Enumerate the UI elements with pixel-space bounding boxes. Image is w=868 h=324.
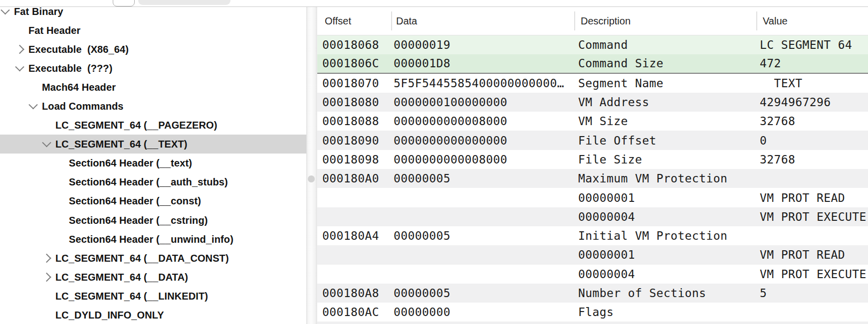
cell-description: File Offset	[574, 134, 756, 147]
file-structure-tree: Fat Binary Fat Header Executable (X86_64…	[0, 7, 306, 324]
tree-item[interactable]: Section64 Header (__auth_stubs)	[0, 172, 306, 191]
column-header-data[interactable]: Data	[391, 7, 574, 35]
chevron-right-icon[interactable]	[15, 45, 24, 54]
cell-description: Command Size	[574, 57, 756, 70]
table-row[interactable]: 00018080 0000000100000000 VM Address 429…	[317, 93, 868, 112]
toolbar-segment-button-left[interactable]	[113, 0, 135, 6]
table-row[interactable]: 000180AC 00000000 Flags	[317, 303, 868, 322]
table-row[interactable]: 00000001 VM_PROT_READ	[317, 245, 868, 264]
table-row[interactable]: 000180A8 00000005 Number of Sections 5	[317, 284, 868, 303]
cell-data: 00000000	[391, 306, 574, 319]
cell-value: 472	[756, 57, 868, 70]
tree-item[interactable]: LC_SEGMENT_64 (__PAGEZERO)	[0, 116, 306, 135]
cell-data: 00000019	[391, 38, 574, 51]
table-row[interactable]: 00018068 00000019 Command LC_SEGMENT_64	[317, 35, 868, 54]
cell-data: 00000005	[391, 287, 574, 300]
cell-value: 5	[756, 287, 868, 300]
cell-offset: 00018068	[317, 38, 391, 51]
table-row[interactable]: 000180A0 00000005 Maximum VM Protection	[317, 169, 868, 188]
tree-item[interactable]: Executable (X86_64)	[0, 40, 306, 59]
tree-item[interactable]: LC_DYLD_INFO_ONLY	[0, 306, 306, 324]
sidebar: Fat Binary Fat Header Executable (X86_64…	[0, 7, 306, 324]
chevron-down-icon[interactable]	[15, 62, 24, 71]
cell-description: 00000004	[574, 268, 756, 281]
cell-offset: 000180A0	[317, 172, 391, 185]
tree-item[interactable]: LC_SEGMENT_64 (__LINKEDIT)	[0, 287, 306, 306]
table-row[interactable]: 0001806C 000001D8 Command Size 472	[317, 54, 868, 73]
table-row[interactable]: 00018098 0000000000008000 File Size 3276…	[317, 150, 868, 169]
cell-data: 0000000000000000	[391, 134, 574, 147]
cell-value: 32768	[756, 115, 868, 128]
table-row[interactable]: 00000001 VM_PROT_READ	[317, 188, 868, 207]
chevron-down-icon[interactable]	[0, 7, 9, 14]
chevron-right-icon[interactable]	[42, 272, 51, 281]
tree-item[interactable]: Mach64 Header	[0, 78, 306, 97]
cell-description: File Size	[574, 153, 756, 166]
cell-description: Command	[574, 38, 756, 51]
table-row[interactable]: 00018070 5F5F5445585400000000000… Segmen…	[317, 74, 868, 93]
tree-item[interactable]: Section64 Header (__cstring)	[0, 211, 306, 230]
cell-description: 00000004	[574, 210, 756, 223]
column-header-description[interactable]: Description	[574, 7, 756, 35]
cell-offset: 000180AC	[317, 306, 391, 319]
chevron-right-icon[interactable]	[42, 253, 51, 262]
field-table: Offset Data Description Value 00018068 0…	[317, 7, 868, 324]
column-header-value[interactable]: Value	[756, 7, 868, 35]
cell-offset: 0001806C	[317, 57, 391, 70]
cell-description: VM Size	[574, 115, 756, 128]
cell-data: 0000000100000000	[391, 96, 574, 109]
cell-description: Number of Sections	[574, 287, 756, 300]
cell-data: 00000005	[391, 229, 574, 242]
tree-item[interactable]: Fat Binary	[0, 7, 306, 21]
cell-value: __TEXT	[756, 77, 868, 90]
cell-value: VM_PROT_EXECUTE	[756, 268, 868, 281]
tree-item[interactable]: LC_SEGMENT_64 (__DATA)	[0, 268, 306, 287]
cell-value: VM_PROT_READ	[756, 248, 868, 261]
cell-offset: 00018098	[317, 153, 391, 166]
cell-description: 00000001	[574, 191, 756, 204]
cell-value: LC_SEGMENT_64	[756, 38, 868, 51]
table-body: 00018068 00000019 Command LC_SEGMENT_64 …	[317, 35, 868, 324]
tree-item[interactable]: Section64 Header (__const)	[0, 191, 306, 210]
chevron-down-icon[interactable]	[42, 138, 51, 147]
table-row[interactable]: 00018088 0000000000008000 VM Size 32768	[317, 112, 868, 131]
cell-description: Initial VM Protection	[574, 229, 756, 242]
toolbar-segment-button-right[interactable]	[138, 0, 230, 5]
cell-data: 0000000000008000	[391, 153, 574, 166]
cell-offset: 00018070	[317, 77, 391, 90]
table-row[interactable]: 00000004 VM_PROT_EXECUTE	[317, 207, 868, 226]
chevron-down-icon[interactable]	[28, 100, 37, 109]
cell-data: 5F5F5445585400000000000…	[391, 77, 574, 90]
toolbar-strip	[0, 0, 868, 7]
cell-offset: 00018090	[317, 134, 391, 147]
cell-offset: 00018080	[317, 96, 391, 109]
cell-description: VM Address	[574, 96, 756, 109]
tree-item[interactable]: LC_SEGMENT_64 (__TEXT)	[0, 135, 306, 154]
column-header-offset[interactable]: Offset	[317, 7, 391, 35]
cell-data: 000001D8	[391, 57, 574, 70]
cell-description: 00000001	[574, 248, 756, 261]
cell-description: Flags	[574, 306, 756, 319]
tree-item[interactable]: Executable (???)	[0, 59, 306, 78]
table-row[interactable]: 00000004 VM_PROT_EXECUTE	[317, 265, 868, 284]
table-row[interactable]: 000180A4 00000005 Initial VM Protection	[317, 226, 868, 245]
tree-item[interactable]: Load Commands	[0, 97, 306, 116]
tree-item[interactable]: Section64 Header (__text)	[0, 154, 306, 172]
cell-value: 32768	[756, 153, 868, 166]
cell-offset: 000180A8	[317, 287, 391, 300]
cell-value: VM_PROT_READ	[756, 191, 868, 204]
cell-offset: 000180A4	[317, 229, 391, 242]
cell-value: 4294967296	[756, 96, 868, 109]
cell-offset: 00018088	[317, 115, 391, 128]
split-divider[interactable]	[306, 7, 317, 324]
cell-data: 0000000000008000	[391, 115, 574, 128]
cell-value: VM_PROT_EXECUTE	[756, 210, 868, 223]
splitter-handle-icon[interactable]	[308, 175, 315, 182]
tree-item[interactable]: Section64 Header (__unwind_info)	[0, 230, 306, 249]
cell-description: Maximum VM Protection	[574, 172, 756, 185]
table-row[interactable]: 00018090 0000000000000000 File Offset 0	[317, 131, 868, 150]
tree-item[interactable]: LC_SEGMENT_64 (__DATA_CONST)	[0, 249, 306, 268]
cell-value: 0	[756, 134, 868, 147]
cell-description: Segment Name	[574, 77, 756, 90]
tree-item[interactable]: Fat Header	[0, 21, 306, 40]
